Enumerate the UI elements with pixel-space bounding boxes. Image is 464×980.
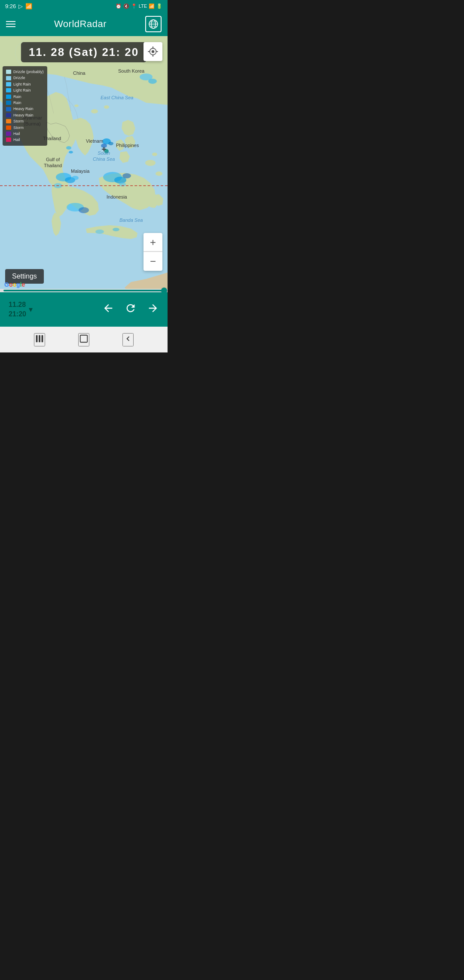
legend-label: Drizzle (probably) (13, 69, 44, 75)
equator-line (0, 185, 168, 186)
legend-label: Light Rain (13, 81, 31, 87)
svg-point-16 (108, 142, 113, 145)
legend-item-heavy-rain-1: Heavy Rain (6, 106, 44, 112)
map-container[interactable]: 11. 28 (Sat) 21: 20 Drizzle (probably) D… (0, 36, 168, 292)
legend-item-light-rain-1: Light Rain (6, 81, 44, 87)
back-nav-button[interactable] (122, 333, 134, 346)
slider-track (3, 290, 164, 291)
legend-item-heavy-rain-2: Heavy Rain (6, 112, 44, 118)
time-date-display[interactable]: 11.28 21:20 ▾ (9, 300, 33, 319)
svg-point-11 (152, 153, 157, 156)
legend-item-storm-1: Storm (6, 118, 44, 124)
menu-button[interactable] (6, 21, 15, 27)
bottom-controls: 11.28 21:20 ▾ (0, 292, 168, 327)
svg-rect-39 (39, 335, 40, 342)
timestamp-overlay: 11. 28 (Sat) 21: 20 (21, 42, 147, 62)
zoom-out-button[interactable]: − (143, 252, 162, 271)
status-right: ⏰ 🔇 📍 LTE 📶 🔋 (116, 3, 162, 9)
legend-item-hail-2: Hail (6, 137, 44, 143)
svg-point-10 (156, 172, 162, 176)
svg-point-36 (152, 50, 155, 53)
legend-label: Hail (13, 131, 20, 137)
home-button[interactable] (78, 333, 89, 346)
svg-point-28 (113, 228, 119, 231)
status-bar: 9:26 ▷ 📶 ⏰ 🔇 📍 LTE 📶 🔋 (0, 0, 168, 12)
timestamp-text: 11. 28 (Sat) 21: 20 (29, 46, 139, 58)
system-nav-bar (0, 327, 168, 352)
legend-label: Light Rain (13, 87, 31, 93)
location-icon: 📍 (131, 3, 137, 9)
legend-label: Storm (13, 118, 24, 124)
dropdown-arrow-icon[interactable]: ▾ (29, 305, 33, 314)
recent-apps-button[interactable] (34, 333, 45, 346)
google-logo: Google (4, 281, 25, 288)
svg-point-23 (122, 173, 131, 178)
legend-label: Rain (13, 100, 21, 106)
svg-point-9 (145, 160, 156, 166)
svg-point-7 (104, 105, 109, 109)
app-bar: WorldRadar (0, 12, 168, 36)
legend-label: Hail (13, 137, 20, 143)
slider-thumb[interactable] (161, 288, 167, 292)
refresh-button[interactable] (125, 302, 137, 317)
svg-point-32 (69, 151, 73, 153)
date-line: 11.28 (9, 300, 26, 309)
svg-point-19 (72, 176, 79, 180)
time-line: 21:20 (9, 309, 26, 319)
svg-point-27 (95, 230, 104, 234)
legend-label: Rain (13, 94, 21, 100)
svg-point-13 (148, 79, 157, 84)
legend-label: Storm (13, 125, 24, 131)
zoom-in-button[interactable]: + (143, 233, 162, 252)
lte-label: LTE (139, 3, 147, 9)
forward-button[interactable] (147, 302, 159, 317)
globe-button[interactable] (145, 16, 162, 32)
svg-point-8 (74, 104, 79, 107)
legend-item-storm-2: Storm (6, 125, 44, 131)
svg-point-26 (79, 207, 89, 213)
play-icon: ▷ (18, 3, 23, 9)
svg-point-35 (104, 149, 109, 153)
svg-point-31 (66, 146, 71, 150)
app-title: WorldRadar (54, 18, 107, 30)
svg-rect-38 (36, 335, 37, 342)
legend-item-light-rain-2: Light Rain (6, 87, 44, 93)
svg-point-6 (91, 109, 98, 113)
legend-item-rain-2: Rain (6, 100, 44, 106)
zoom-controls: + − (143, 233, 162, 271)
legend-item-rain-1: Rain (6, 94, 44, 100)
legend-item-hail-1: Hail (6, 131, 44, 137)
signal-icon: 📶 (149, 3, 155, 9)
legend-label: Heavy Rain (13, 106, 34, 112)
wifi-icon: 📶 (25, 3, 32, 9)
svg-rect-40 (41, 335, 43, 342)
legend-label: Heavy Rain (13, 112, 34, 118)
time-display: 9:26 (5, 3, 16, 9)
status-left: 9:26 ▷ 📶 (5, 3, 32, 9)
back-button[interactable] (102, 302, 114, 317)
legend-box: Drizzle (probably) Drizzle Light Rain Li… (3, 66, 47, 146)
alarm-icon: ⏰ (116, 3, 122, 9)
nav-controls (102, 302, 159, 317)
legend-item-drizzle-probably: Drizzle (probably) (6, 69, 44, 75)
svg-rect-41 (80, 335, 88, 342)
mute-icon: 🔇 (123, 3, 129, 9)
legend-item-drizzle: Drizzle (6, 75, 44, 81)
legend-label: Drizzle (13, 75, 25, 81)
location-button[interactable] (143, 42, 162, 61)
battery-icon: 🔋 (156, 3, 162, 9)
timeline-slider-area[interactable] (0, 289, 168, 292)
